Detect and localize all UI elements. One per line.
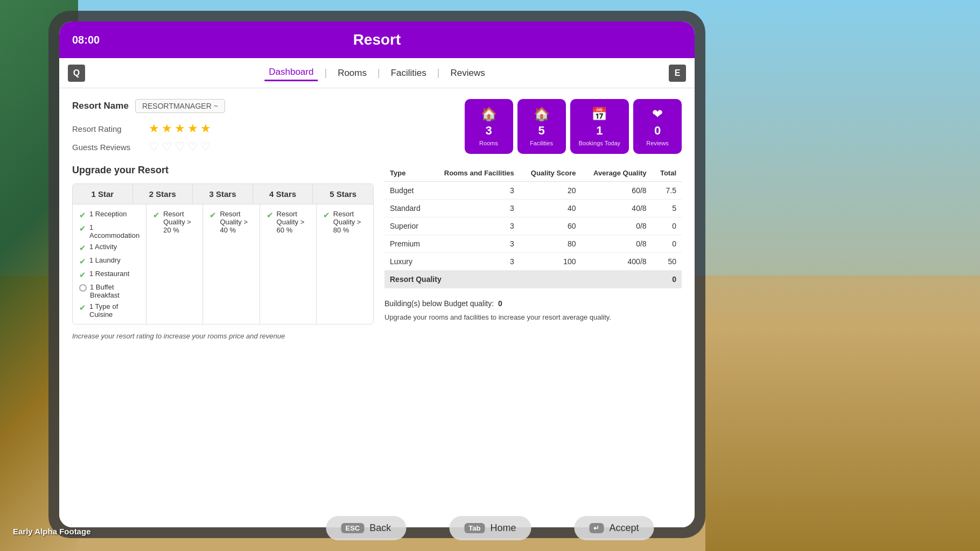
- table-row: Premium 3 80 0/8 0: [384, 235, 682, 253]
- nav-facilities[interactable]: Facilities: [387, 66, 431, 81]
- row-type: Standard: [384, 200, 430, 217]
- accept-button[interactable]: ↵ Accept: [574, 516, 654, 540]
- upgrade-col-3: ✔ Resort Quality > 40 %: [203, 204, 260, 324]
- resort-rating-row: Resort Rating ★ ★ ★ ★ ★: [72, 122, 225, 136]
- row-avg: 60/8: [582, 182, 652, 200]
- upgrade-item-quality80: ✔ Resort Quality > 80 %: [323, 210, 367, 234]
- table-row: Luxury 3 100 400/8 50: [384, 253, 682, 271]
- row-rooms: 3: [430, 253, 520, 271]
- row-type: Budget: [384, 182, 430, 200]
- nav-reviews[interactable]: Reviews: [446, 66, 489, 81]
- upgrade-item-quality20: ✔ Resort Quality > 20 %: [153, 210, 196, 234]
- esc-key: ESC: [341, 523, 365, 533]
- th-quality-score: Quality Score: [520, 165, 582, 182]
- home-button[interactable]: Tab Home: [449, 516, 531, 540]
- device-frame: 08:00 Resort Q Dashboard | Rooms | Facil…: [48, 11, 705, 538]
- upgrade-table: 1 Star 2 Stars 3 Stars 4 Stars 5 Stars ✔: [72, 183, 374, 324]
- col-header-3star: 3 Stars: [193, 184, 253, 204]
- below-budget-value: 0: [498, 299, 502, 308]
- navbar: Q Dashboard | Rooms | Facilities | Revie…: [59, 58, 695, 88]
- nav-dashboard[interactable]: Dashboard: [264, 65, 318, 81]
- guests-reviews-row: Guests Reviews ♡ ♡ ♡ ♡ ♡: [72, 140, 225, 154]
- facilities-label: Facilities: [530, 140, 553, 146]
- quality-info: Building(s) below Budget quality: 0 Upgr…: [384, 299, 682, 323]
- row-rooms: 3: [430, 235, 520, 253]
- bookings-label: Bookings Today: [579, 140, 620, 146]
- reviews-count: 0: [654, 124, 661, 138]
- upgrade-item-restaurant: ✔ 1 Restaurant: [79, 270, 139, 280]
- stat-card-reviews[interactable]: ❤ 0 Reviews: [633, 99, 682, 154]
- star-4: ★: [187, 122, 198, 136]
- stat-card-rooms[interactable]: 🏠 3 Rooms: [465, 99, 513, 154]
- table-row: Superior 3 60 0/8 0: [384, 217, 682, 235]
- check-icon: ✔: [267, 210, 274, 220]
- upgrade-item-laundry: ✔ 1 Laundry: [79, 256, 139, 266]
- row-avg: 400/8: [582, 253, 652, 271]
- check-icon: ✔: [79, 257, 86, 266]
- nav-items: Dashboard | Rooms | Facilities | Reviews: [264, 65, 489, 81]
- col-header-2star: 2 Stars: [133, 184, 193, 204]
- q-button[interactable]: Q: [68, 65, 85, 82]
- reviews-label: Reviews: [646, 140, 669, 146]
- star-1: ★: [149, 122, 159, 136]
- upgrade-quality-hint: Upgrade your rooms and facilities to inc…: [384, 312, 682, 323]
- guests-reviews-hearts: ♡ ♡ ♡ ♡ ♡: [149, 140, 211, 154]
- e-button[interactable]: E: [669, 65, 686, 82]
- row-score: 20: [520, 182, 582, 200]
- stat-card-bookings[interactable]: 📅 1 Bookings Today: [570, 99, 629, 154]
- nav-rooms[interactable]: Rooms: [333, 66, 371, 81]
- home-label: Home: [490, 522, 516, 534]
- row-total: 0: [652, 217, 682, 235]
- heart-2: ♡: [162, 140, 172, 154]
- below-budget-label: Building(s) below Budget quality:: [384, 299, 494, 308]
- rooms-icon: 🏠: [481, 107, 497, 122]
- row-total: 50: [652, 253, 682, 271]
- upgrade-col-1: ✔ 1 Reception ✔ 1 Accommodation ✔ 1 Acti…: [73, 204, 146, 324]
- facilities-icon: 🏠: [534, 107, 550, 122]
- stat-card-facilities[interactable]: 🏠 5 Facilities: [517, 99, 566, 154]
- tab-key: Tab: [464, 523, 485, 533]
- upgrade-col-5: ✔ Resort Quality > 80 %: [317, 204, 373, 324]
- row-type: Superior: [384, 217, 430, 235]
- check-icon: ✔: [79, 270, 86, 280]
- upgrade-item-accommodation: ✔ 1 Accommodation: [79, 223, 139, 239]
- guests-reviews-label: Guests Reviews: [72, 143, 142, 152]
- upgrade-col-4: ✔ Resort Quality > 60 %: [260, 204, 317, 324]
- resort-quality-row: Resort Quality 0: [384, 271, 682, 288]
- col-header-4star: 4 Stars: [253, 184, 313, 204]
- upgrade-item-cuisine: ✔ 1 Type of Cuisine: [79, 302, 139, 319]
- upgrade-panel: Upgrade your Resort 1 Star 2 Stars 3 Sta…: [72, 165, 374, 517]
- header-title: Resort: [353, 31, 401, 48]
- resort-quality-label: Resort Quality: [384, 271, 652, 288]
- star-3: ★: [174, 122, 185, 136]
- check-icon: ✔: [79, 303, 86, 313]
- header-time: 08:00: [72, 34, 100, 46]
- stats-cards: 🏠 3 Rooms 🏠 5 Facilities 📅 1 Bookings To…: [465, 99, 682, 154]
- quality-panel: Type Rooms and Facilities Quality Score …: [384, 165, 682, 517]
- row-avg: 0/8: [582, 235, 652, 253]
- resort-name-value: RESORTMANAGER ~: [135, 99, 225, 113]
- heart-5: ♡: [200, 140, 211, 154]
- row-total: 0: [652, 235, 682, 253]
- back-button[interactable]: ESC Back: [326, 516, 407, 540]
- back-label: Back: [369, 522, 391, 534]
- star-5: ★: [200, 122, 211, 136]
- bookings-count: 1: [596, 124, 603, 138]
- top-section: Resort Name RESORTMANAGER ~ Resort Ratin…: [72, 99, 682, 154]
- row-avg: 0/8: [582, 217, 652, 235]
- below-budget-text: Building(s) below Budget quality: 0: [384, 299, 682, 308]
- upgrade-item-reception: ✔ 1 Reception: [79, 210, 139, 220]
- resort-info: Resort Name RESORTMANAGER ~ Resort Ratin…: [72, 99, 225, 154]
- resort-name-label: Resort Name: [72, 101, 129, 111]
- row-rooms: 3: [430, 217, 520, 235]
- inner-panel: 08:00 Resort Q Dashboard | Rooms | Facil…: [59, 22, 695, 527]
- main-content: Resort Name RESORTMANAGER ~ Resort Ratin…: [59, 88, 695, 527]
- facilities-count: 5: [538, 124, 544, 138]
- row-score: 60: [520, 217, 582, 235]
- upgrade-item-buffet: 1 Buffet Breakfast: [79, 283, 139, 299]
- th-type: Type: [384, 165, 430, 182]
- accept-label: Accept: [609, 522, 639, 534]
- row-rooms: 3: [430, 182, 520, 200]
- enter-key: ↵: [589, 523, 604, 533]
- upgrade-title: Upgrade your Resort: [72, 165, 374, 176]
